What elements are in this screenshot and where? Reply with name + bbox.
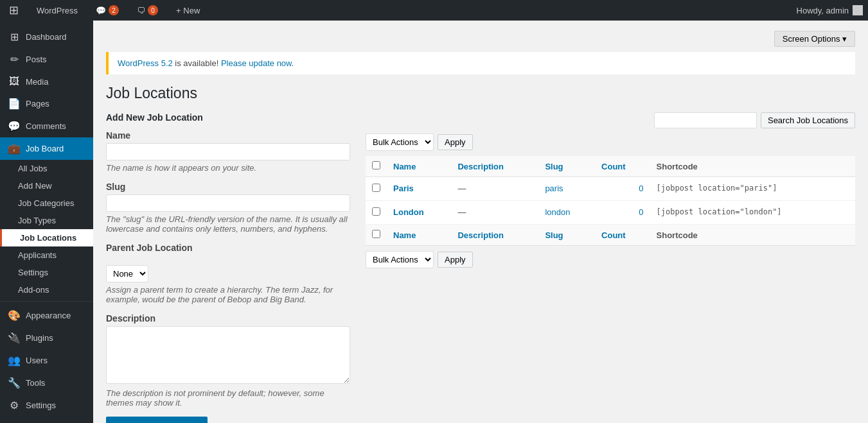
comments-link[interactable]: 💬 2	[92, 0, 123, 21]
apply-button-top[interactable]: Apply	[438, 134, 473, 150]
select-all-checkbox[interactable]	[372, 161, 380, 169]
name-col-label: Name	[393, 162, 416, 171]
col-slug-header[interactable]: Slug	[538, 156, 595, 177]
users-icon: 👥	[8, 354, 21, 367]
sidebar-item-tools[interactable]: 🔧 Tools	[0, 372, 93, 394]
sidebar-item-comments[interactable]: 💬 Comments	[0, 115, 93, 137]
settings-sub-label: Settings	[18, 268, 48, 277]
howdy-text: Howdy, admin	[797, 6, 849, 15]
sidebar-label-dashboard: Dashboard	[26, 32, 67, 42]
sidebar-label-posts: Posts	[26, 55, 47, 64]
paris-name-link[interactable]: Paris	[393, 184, 414, 193]
search-button[interactable]: Search Job Locations	[761, 112, 855, 128]
row-paris-name: Paris	[387, 177, 451, 201]
comments-side-icon: 💬	[8, 120, 21, 132]
wp-version-link[interactable]: WordPress 5.2	[118, 58, 173, 68]
footer-slug-label: Slug	[545, 230, 563, 240]
sidebar-item-posts[interactable]: ✏ Posts	[0, 48, 93, 71]
dashboard-icon: ⊞	[8, 31, 21, 43]
locations-table: Name Description Slug Count	[366, 156, 855, 246]
slug-col-label: Slug	[545, 162, 563, 171]
sub-item-settings[interactable]: Settings	[0, 264, 93, 281]
sub-item-job-locations[interactable]: Job Locations	[0, 229, 93, 246]
search-bar: Search Job Locations	[366, 112, 855, 128]
description-col-label: Description	[457, 162, 504, 171]
name-hint: The name is how it appears on your site.	[106, 163, 350, 173]
col-name-header[interactable]: Name	[387, 156, 451, 177]
bulk-bar-bottom: Bulk Actions Apply	[366, 251, 855, 268]
footer-shortcode: Shortcode	[650, 225, 855, 246]
table-header-row: Name Description Slug Count	[366, 156, 855, 177]
add-location-button[interactable]: Add New Job Location	[106, 417, 208, 423]
footer-description[interactable]: Description	[451, 225, 538, 246]
footer-cb	[366, 225, 387, 246]
update-now-link[interactable]: Please update now	[221, 58, 292, 68]
media-icon: 🖼	[8, 76, 21, 87]
london-checkbox[interactable]	[372, 207, 380, 216]
sidebar-label-tools: Tools	[26, 378, 45, 388]
sidebar-item-plugins[interactable]: 🔌 Plugins	[0, 327, 93, 349]
comments-link2[interactable]: 🗨 0	[133, 0, 162, 21]
sidebar-item-settings[interactable]: ⚙ Settings	[0, 394, 93, 417]
sidebar-item-media[interactable]: 🖼 Media	[0, 71, 93, 92]
footer-slug[interactable]: Slug	[538, 225, 595, 246]
job-locations-label: Job Locations	[20, 233, 76, 243]
search-input[interactable]	[654, 112, 757, 128]
add-location-form: Add New Job Location Name The name is ho…	[106, 112, 350, 423]
screen-options-button[interactable]: Screen Options ▾	[774, 31, 855, 47]
sub-item-all-jobs[interactable]: All Jobs	[0, 160, 93, 177]
comments-badge: 2	[109, 5, 119, 15]
name-input[interactable]	[106, 143, 350, 160]
wp-logo[interactable]: ⊞	[5, 0, 22, 21]
add-ons-label: Add-ons	[18, 285, 49, 295]
sidebar-label-comments: Comments	[26, 121, 66, 131]
parent-label: Parent Job Location	[106, 243, 350, 253]
collapse-menu[interactable]: ◀ Collapse menu	[0, 417, 93, 423]
sidebar-item-users[interactable]: 👥 Users	[0, 349, 93, 372]
col-description-header[interactable]: Description	[451, 156, 538, 177]
description-hint: The description is not prominent by defa…	[106, 388, 350, 408]
wp-logo-icon: ⊞	[9, 3, 19, 17]
sidebar-item-appearance[interactable]: 🎨 Appearance	[0, 304, 93, 327]
new-content[interactable]: + New	[172, 0, 204, 21]
avatar	[853, 5, 863, 15]
parent-hint: Assign a parent term to create a hierarc…	[106, 285, 350, 304]
slug-group: Slug The "slug" is the URL-friendly vers…	[106, 182, 350, 234]
sub-item-add-ons[interactable]: Add-ons	[0, 281, 93, 298]
footer-shortcode-label: Shortcode	[657, 230, 698, 240]
sidebar-label-job-board: Job Board	[26, 144, 64, 153]
paris-checkbox[interactable]	[372, 184, 380, 192]
speech-icon: 🗨	[137, 6, 145, 15]
bulk-actions-select-top[interactable]: Bulk Actions	[366, 134, 434, 151]
sub-item-applicants[interactable]: Applicants	[0, 246, 93, 264]
apply-button-bottom[interactable]: Apply	[438, 252, 473, 268]
slug-label: Slug	[106, 182, 350, 192]
parent-select[interactable]: None	[106, 265, 148, 282]
sub-item-add-new[interactable]: Add New	[0, 177, 93, 194]
col-shortcode-header: Shortcode	[650, 156, 855, 177]
posts-icon: ✏	[8, 53, 21, 65]
select-all-bottom-checkbox[interactable]	[372, 230, 380, 238]
footer-desc-label: Description	[457, 230, 504, 240]
new-label: + New	[176, 6, 200, 15]
slug-input[interactable]	[106, 194, 350, 212]
col-count-header[interactable]: Count	[595, 156, 650, 177]
footer-name[interactable]: Name	[387, 225, 451, 246]
form-title: Add New Job Location	[106, 112, 350, 123]
sidebar-item-pages[interactable]: 📄 Pages	[0, 92, 93, 115]
row-paris-cb	[366, 177, 387, 201]
row-london-cb	[366, 201, 387, 225]
table-row: Paris — paris 0 [jobpost location="paris…	[366, 177, 855, 201]
count-col-label: Count	[601, 162, 626, 171]
sub-item-job-categories[interactable]: Job Categories	[0, 194, 93, 212]
sidebar-item-dashboard[interactable]: ⊞ Dashboard	[0, 26, 93, 48]
sidebar-label-users: Users	[26, 356, 48, 365]
user-info[interactable]: Howdy, admin	[797, 5, 863, 15]
sub-item-job-types[interactable]: Job Types	[0, 212, 93, 229]
site-name[interactable]: WordPress	[33, 0, 82, 21]
bulk-actions-select-bottom[interactable]: Bulk Actions	[366, 251, 434, 268]
description-textarea[interactable]	[106, 326, 350, 384]
footer-count[interactable]: Count	[595, 225, 650, 246]
london-name-link[interactable]: London	[393, 207, 424, 217]
sidebar-item-job-board[interactable]: 💼 Job Board	[0, 137, 93, 160]
